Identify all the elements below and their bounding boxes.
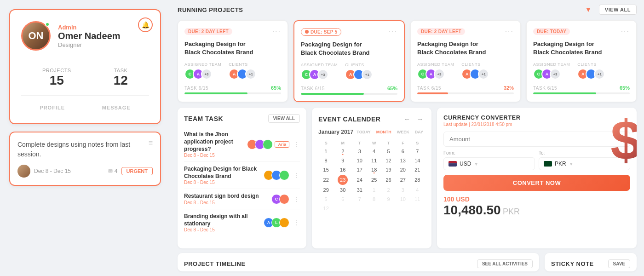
task-item-menu[interactable]: ⋮ [293, 172, 300, 179]
calendar-title: EVENT CALENDER [318, 115, 380, 123]
cal-day[interactable]: 4 [411, 186, 424, 194]
cal-day[interactable]: 3 [396, 186, 409, 194]
cal-day[interactable]: 31 [353, 186, 366, 194]
cal-day[interactable]: 4 [367, 147, 380, 155]
task-menu-icon[interactable]: ≡ [149, 139, 153, 147]
view-all-tasks-button[interactable]: VIEW ALL [268, 114, 300, 123]
cal-day[interactable]: 11 [367, 156, 380, 165]
urgent-badge: URGENT [121, 167, 153, 175]
project-card-2: DUE: SEP 5 ··· Packaging Design forBlack… [293, 20, 405, 102]
event-calendar-panel: EVENT CALENDER ← → January 2017 TODAY MO… [312, 108, 431, 248]
cal-day[interactable]: 29 [319, 186, 333, 194]
cal-day[interactable]: 2 [334, 147, 352, 155]
cal-day[interactable]: 1 [367, 186, 380, 194]
calendar-next-button[interactable]: → [415, 114, 425, 124]
result-value-row: 10,480.50 PKR [443, 203, 630, 218]
view-all-projects-button[interactable]: VIEW ALL [599, 5, 637, 15]
currency-converter-panel: CURRENCY CONVERTER Last update | 23/01/2… [437, 108, 637, 248]
cal-day[interactable]: 1 [319, 147, 333, 155]
cal-day[interactable]: 9 [334, 156, 352, 165]
cal-day[interactable]: 28 [411, 175, 424, 185]
project-name-2: Packaging Design forBlack Chocolates Bra… [301, 40, 397, 57]
dollar-icon: $ [610, 112, 637, 167]
see-all-activities-button[interactable]: SEE ALL ACTIVITIES [477, 259, 533, 268]
cal-day[interactable]: 3 [353, 147, 366, 155]
task-item-name: Branding design with all stationary [184, 213, 260, 227]
task-item-name: Packaging Design for Black Chocolates Br… [184, 166, 260, 180]
cal-day[interactable]: 10 [353, 156, 366, 165]
currency-update: Last update | 23/01/2018 4:50 pm [443, 122, 630, 127]
task-item-menu[interactable]: ⋮ [293, 196, 300, 203]
cal-day[interactable]: 24 [353, 175, 366, 185]
cal-day[interactable]: 19 [382, 166, 395, 174]
cal-day[interactable]: 9 [382, 195, 395, 203]
profile-button[interactable]: PROFILE [36, 103, 69, 112]
cal-day[interactable]: 20 [396, 166, 409, 174]
cal-day[interactable]: 8 [319, 156, 333, 165]
notification-bell[interactable]: 🔔 [138, 17, 153, 32]
cal-day[interactable]: 12 [382, 156, 395, 165]
projects-stat: Projects 15 [42, 68, 71, 88]
calendar-day-btn[interactable]: DAY [413, 129, 425, 135]
amount-input[interactable] [443, 132, 630, 147]
cal-day[interactable]: 7 [353, 195, 366, 203]
save-sticky-button[interactable]: SAVE [608, 259, 631, 268]
task-stat: Task 12 [114, 68, 128, 88]
card-menu-2[interactable]: ··· [389, 28, 397, 36]
cal-day[interactable]: 11 [411, 195, 424, 203]
calendar-today-btn[interactable]: TODAY [355, 129, 373, 135]
from-currency-select[interactable]: USD ▼ [443, 157, 535, 170]
cal-day[interactable]: 2 [382, 186, 395, 194]
cal-day[interactable]: 15 [319, 166, 333, 174]
cal-day[interactable]: 10 [396, 195, 409, 203]
list-item: Branding design with all stationary Dec … [184, 209, 300, 236]
filter-icon[interactable]: ▼ [585, 6, 592, 13]
task-avatar [263, 139, 273, 150]
cal-day[interactable]: 26 [382, 175, 395, 185]
cal-day[interactable]: 8 [367, 195, 380, 203]
cal-day[interactable]: 13 [396, 156, 409, 165]
message-button[interactable]: MESSAGE [98, 103, 134, 112]
task-item-name: Restaurant sign bord design [184, 193, 268, 200]
cal-day[interactable]: 5 [319, 195, 333, 203]
cal-day[interactable]: 30 [334, 186, 352, 194]
result-value: 10,480.50 [443, 203, 501, 217]
task-item-menu[interactable]: ⋮ [293, 219, 300, 226]
us-flag [448, 161, 457, 167]
cal-day[interactable]: 12 [319, 204, 333, 213]
cal-day[interactable]: 21 [411, 166, 424, 174]
calendar-month-btn[interactable]: MONTH [374, 129, 393, 135]
convert-now-button[interactable]: CONVERT NOW [443, 175, 630, 191]
running-projects-header: RUNNING PROJECTS ▼ VIEW ALL [178, 5, 637, 15]
cal-day[interactable]: 25 [367, 175, 380, 185]
cal-day[interactable]: 7 [411, 147, 424, 155]
online-dot [45, 22, 50, 27]
task-item-menu[interactable]: ⋮ [293, 141, 300, 148]
profile-role: Admin [58, 24, 121, 31]
sticky-note-title: STICKY NOTE [551, 260, 594, 267]
cal-day[interactable]: 27 [396, 175, 409, 185]
task-item-date: Dec 8 - Dec 15 [184, 180, 260, 185]
cal-day[interactable]: 6 [396, 147, 409, 155]
card-menu-4[interactable]: ··· [621, 27, 630, 35]
cal-day[interactable]: 23 [334, 175, 352, 185]
task-item-date: Dec 8 - Dec 15 [184, 227, 260, 232]
cal-day[interactable]: 16 [334, 166, 352, 174]
calendar-month-year: January 2017 [318, 129, 353, 135]
cal-day[interactable]: 5 [382, 147, 395, 155]
card-menu-3[interactable]: ··· [505, 27, 514, 35]
cal-day[interactable]: 17 [353, 166, 366, 174]
card-menu-1[interactable]: ··· [272, 27, 281, 35]
list-item: Packaging Design for Black Chocolates Br… [184, 162, 300, 189]
cal-day[interactable]: 22 [319, 175, 333, 185]
project-name-4: Packaging Design forBlack Chocolates Bra… [533, 40, 630, 57]
cal-day[interactable]: 6 [334, 195, 352, 203]
profile-title: Designer [58, 41, 121, 48]
calendar-week-btn[interactable]: WEEK [395, 129, 411, 135]
task-messages: ✉4 [108, 168, 118, 174]
cal-day[interactable]: 18 [367, 166, 380, 174]
profile-card: 🔔 ON Admin Omer Nadeem Designer Projects… [9, 9, 161, 124]
calendar-prev-button[interactable]: ← [402, 114, 412, 124]
task-item-date: Dec 8 - Dec 15 [184, 200, 268, 205]
cal-day[interactable]: 14 [411, 156, 424, 165]
